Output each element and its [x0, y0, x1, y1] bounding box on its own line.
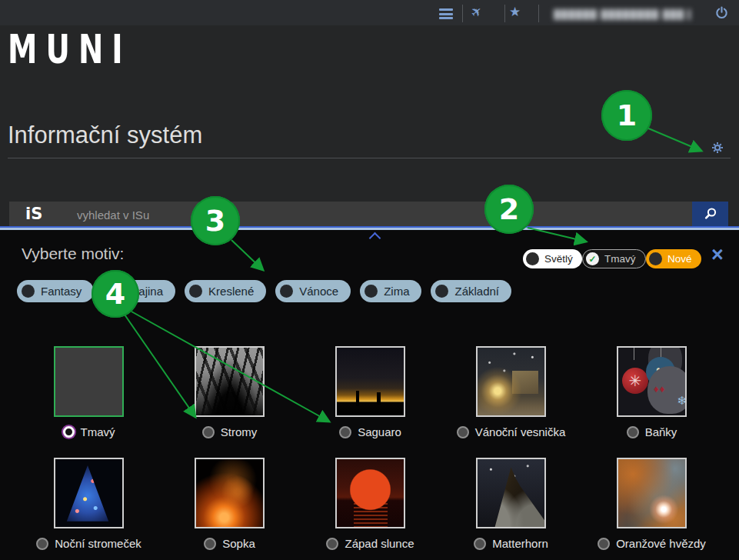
theme-cell-oranzove-hvezdy: Oranžové hvězdy: [581, 458, 722, 550]
radio[interactable]: [36, 538, 48, 550]
favorites-star-icon[interactable]: ★: [509, 5, 521, 20]
toggle-knob-icon: [365, 285, 378, 298]
annotation-circle-2: 2: [484, 185, 534, 234]
filter-label: Základní: [454, 285, 499, 298]
divider: [504, 5, 505, 22]
page-title: Informační systém: [8, 122, 202, 149]
light-mode-toggle[interactable]: Světlý: [523, 249, 582, 268]
search-button[interactable]: [692, 202, 728, 226]
annotation-circle-1: 1: [601, 90, 652, 141]
settings-gear-icon[interactable]: [711, 142, 724, 157]
page: ✈ ★ ██████ ████████ ███ █████ MUNI Infor…: [0, 0, 739, 560]
search-bar: iS: [9, 202, 728, 226]
magnifier-icon: [704, 207, 717, 221]
toggle-knob-icon: [649, 252, 662, 265]
theme-thumbnail-sopka[interactable]: [195, 458, 265, 528]
theme-thumbnail-oranzove-hvezdy[interactable]: [617, 458, 687, 528]
radio[interactable]: [339, 426, 351, 438]
power-logout-icon[interactable]: [715, 6, 728, 22]
annotation-number: 4: [105, 277, 125, 311]
theme-label: Tmavý: [81, 425, 115, 438]
annotation-circle-4: 4: [92, 270, 139, 318]
theme-thumbnail-vanocni-vesnicka[interactable]: [476, 346, 546, 417]
theme-thumbnail-saguaro[interactable]: [335, 346, 405, 417]
theme-label: Vánoční vesnička: [475, 425, 566, 438]
theme-grid-row-2: Noční stromeček Sopka Západ slunce Matte…: [18, 458, 722, 550]
filter-pill-zima[interactable]: Zima: [360, 280, 421, 302]
radio[interactable]: [627, 426, 639, 438]
annotation-arrow-1: [647, 128, 701, 151]
radio-selected[interactable]: [63, 426, 75, 438]
close-icon[interactable]: ×: [711, 245, 724, 265]
theme-thumbnail-nocni-stromecek[interactable]: [54, 458, 124, 528]
divider: [538, 5, 539, 22]
annotation-circle-3: 3: [191, 196, 240, 245]
theme-thumbnail-banky[interactable]: [617, 346, 687, 417]
theme-cell-zapad-slunce: Západ slunce: [300, 458, 441, 550]
theme-label: Matterhorn: [492, 537, 548, 550]
theme-label: Baňky: [645, 425, 677, 438]
radio[interactable]: [457, 426, 469, 438]
hamburger-menu-icon[interactable]: [439, 8, 453, 19]
filter-label: Kreslené: [208, 285, 254, 298]
toggle-knob-icon: [280, 285, 293, 298]
user-name-blurred[interactable]: ██████ ████████ ███ █████: [554, 9, 691, 20]
annotation-number: 2: [499, 192, 519, 226]
muni-logo[interactable]: MUNI: [8, 29, 131, 71]
theme-label: Západ slunce: [345, 537, 414, 550]
annotation-number: 1: [617, 98, 637, 132]
dark-mode-toggle[interactable]: Tmavý: [582, 249, 646, 268]
divider: [462, 5, 463, 22]
filter-pill-zakladni[interactable]: Základní: [431, 280, 511, 302]
theme-cell-matterhorn: Matterhorn: [441, 458, 581, 550]
theme-label: Sopka: [222, 537, 255, 550]
theme-cell-vanocni-vesnicka: Vánoční vesnička: [441, 346, 581, 438]
toggle-knob-icon: [22, 285, 35, 298]
new-themes-toggle[interactable]: Nové: [646, 249, 701, 268]
toggle-label: Tmavý: [604, 253, 636, 265]
theme-thumbnail-stromy[interactable]: [195, 346, 265, 417]
theme-grid-row-1: Tmavý Stromy Saguaro Vánoční vesnička: [18, 346, 722, 438]
theme-label: Noční stromeček: [55, 537, 141, 550]
theme-cell-nocni-stromecek: Noční stromeček: [18, 458, 159, 550]
radio[interactable]: [204, 538, 216, 550]
filter-pill-fantasy[interactable]: Fantasy: [17, 280, 94, 302]
toggle-label: Světlý: [544, 253, 573, 265]
annotation-number: 3: [205, 204, 225, 238]
theme-label: Stromy: [221, 425, 258, 438]
radio[interactable]: [202, 426, 215, 438]
toggle-knob-icon: [526, 252, 539, 265]
filter-pill-vanoce[interactable]: Vánoce: [275, 280, 351, 302]
panel-title: Vyberte motiv:: [22, 245, 124, 263]
filter-label: Zima: [384, 285, 409, 298]
theme-cell-sopka: Sopka: [159, 458, 300, 550]
filter-label: Vánoce: [299, 285, 338, 298]
theme-thumbnail-matterhorn[interactable]: [476, 458, 546, 528]
theme-label: Oranžové hvězdy: [616, 537, 706, 550]
is-logo: iS: [25, 205, 42, 223]
filter-label: Fantasy: [41, 285, 82, 298]
toggle-knob-icon: [189, 285, 202, 298]
theme-thumbnail-zapad-slunce[interactable]: [335, 458, 405, 528]
search-input[interactable]: [75, 202, 663, 228]
theme-thumbnail-tmavy[interactable]: [54, 346, 124, 417]
theme-cell-stromy: Stromy: [159, 346, 300, 438]
theme-cell-saguaro: Saguaro: [300, 346, 441, 438]
radio[interactable]: [598, 538, 610, 550]
filter-pill-kreslene[interactable]: Kreslené: [185, 280, 266, 302]
radio[interactable]: [474, 538, 486, 550]
toggle-knob-icon: [435, 285, 448, 298]
check-knob-icon: [586, 252, 599, 265]
theme-cell-banky: Baňky: [581, 346, 722, 438]
theme-label: Saguaro: [358, 425, 401, 438]
radio[interactable]: [326, 538, 338, 550]
divider: [8, 158, 731, 158]
toggle-label: Nové: [667, 253, 692, 265]
theme-cell-tmavy: Tmavý: [18, 346, 159, 438]
